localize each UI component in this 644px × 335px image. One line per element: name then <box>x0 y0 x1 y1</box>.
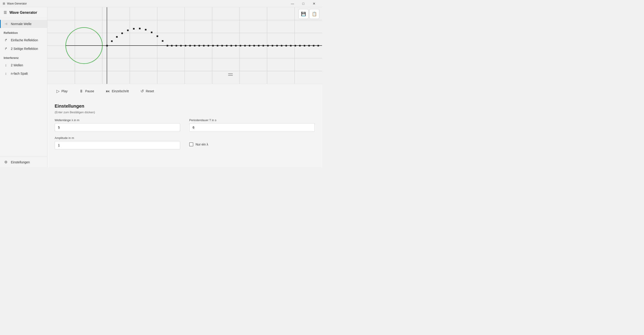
svg-rect-29 <box>180 45 182 46</box>
svg-rect-35 <box>208 45 209 46</box>
sidebar-item-label: Einfache Reflektion <box>11 38 38 42</box>
svg-rect-58 <box>313 45 314 46</box>
close-button[interactable]: ✕ <box>309 0 319 7</box>
svg-rect-30 <box>185 45 186 46</box>
svg-rect-18 <box>121 32 123 34</box>
pause-label: Pause <box>85 89 94 93</box>
reset-label: Reset <box>146 89 154 93</box>
nur-ein-lambda-checkbox[interactable] <box>189 142 193 146</box>
settings-area: Einstellungen (Enter zum Bestätigen dück… <box>48 98 322 167</box>
amplitude-field: Amplitude in m <box>55 136 180 150</box>
sidebar-item-label: 2 Wellen <box>11 63 23 67</box>
svg-rect-25 <box>162 40 164 42</box>
menu-icon[interactable]: ☰ <box>4 10 7 15</box>
sidebar-item-label: 2 Seitige Reflektion <box>11 47 38 50</box>
svg-rect-16 <box>111 40 113 42</box>
svg-rect-22 <box>145 29 146 30</box>
sidebar-item-2seitige-reflektion[interactable]: ↱ 2 Seitige Reflektion <box>0 44 47 53</box>
sidebar-item-n-fach-spalt[interactable]: ↕ n-fach Spalt <box>0 69 47 78</box>
settings-icon: ⚙ <box>4 160 8 164</box>
einfache-reflektion-icon: ↱ <box>4 38 8 42</box>
reset-button[interactable]: ↺ Reset <box>137 87 158 95</box>
periodendauer-input[interactable] <box>189 123 315 132</box>
sidebar-item-2-wellen[interactable]: ↕ 2 Wellen <box>0 61 47 69</box>
svg-rect-39 <box>226 45 228 46</box>
reflektion-section-label: Reflektion <box>0 28 47 36</box>
sidebar-item-label: n-fach Spalt <box>11 72 28 75</box>
svg-rect-46 <box>258 45 260 46</box>
window-controls: — □ ✕ <box>287 0 319 7</box>
wave-svg <box>48 7 322 84</box>
wellenlaenge-label: Wellenlänge λ in m <box>55 118 180 122</box>
svg-rect-19 <box>127 29 129 31</box>
sidebar-item-einfache-reflektion[interactable]: ↱ Einfache Reflektion <box>0 36 47 44</box>
sidebar-item-einstellungen[interactable]: ⚙ Einstellungen <box>0 158 47 166</box>
einzelschritt-label: Einzelschritt <box>112 89 129 93</box>
svg-rect-51 <box>281 45 282 46</box>
nur-ein-lambda-spacer <box>189 136 315 140</box>
svg-rect-21 <box>139 28 140 29</box>
play-label: Play <box>62 89 68 93</box>
svg-rect-41 <box>235 45 237 46</box>
svg-rect-28 <box>176 45 177 46</box>
play-icon: ▷ <box>56 89 60 94</box>
svg-rect-33 <box>198 45 200 46</box>
sidebar-title: Wave Generator <box>10 10 37 15</box>
title-bar-text: Wave Generator <box>7 2 27 5</box>
svg-rect-56 <box>304 45 305 46</box>
normale-welle-icon: ⊣ <box>4 22 8 26</box>
svg-rect-15 <box>106 45 108 46</box>
svg-rect-20 <box>133 28 134 29</box>
einzelschritt-icon: ⏭ <box>106 89 110 94</box>
sidebar-nav: ⊣ Normale Welle Reflektion ↱ Einfache Re… <box>0 18 47 157</box>
svg-rect-44 <box>249 45 250 46</box>
nur-ein-lambda-field: Nur ein λ <box>189 136 315 150</box>
svg-rect-34 <box>203 45 204 46</box>
sidebar-footer-label: Einstellungen <box>11 160 30 164</box>
controls-bar: ▷ Play ⏸ Pause ⏭ Einzelschritt ↺ Reset <box>48 84 322 98</box>
2seitige-reflektion-icon: ↱ <box>4 47 8 51</box>
svg-rect-36 <box>212 45 214 46</box>
sidebar-footer: ⚙ Einstellungen <box>0 157 47 167</box>
main-content: 💾 📋 <box>48 7 322 167</box>
svg-rect-59 <box>318 45 319 46</box>
svg-rect-37 <box>217 45 218 46</box>
svg-rect-45 <box>253 45 255 46</box>
sidebar: ☰ Wave Generator ⊣ Normale Welle Reflekt… <box>0 7 48 167</box>
svg-rect-53 <box>290 45 292 46</box>
title-bar: ⊞ Wave Generator — □ ✕ <box>0 0 322 7</box>
amplitude-label: Amplitude in m <box>55 136 180 140</box>
sidebar-item-normale-welle[interactable]: ⊣ Normale Welle <box>0 20 47 28</box>
svg-rect-49 <box>272 45 273 46</box>
einzelschritt-button[interactable]: ⏭ Einzelschritt <box>102 87 132 95</box>
app-body: ☰ Wave Generator ⊣ Normale Welle Reflekt… <box>0 7 322 167</box>
play-button[interactable]: ▷ Play <box>53 87 71 95</box>
periodendauer-label: Periodendauer T in s <box>189 118 315 122</box>
svg-rect-54 <box>294 45 296 46</box>
pause-icon: ⏸ <box>79 89 83 94</box>
svg-rect-26 <box>167 45 168 46</box>
amplitude-input[interactable] <box>55 141 180 150</box>
svg-rect-50 <box>276 45 278 46</box>
interferenz-section-label: Interferenz <box>0 53 47 61</box>
svg-rect-23 <box>151 31 152 33</box>
svg-rect-47 <box>262 45 264 46</box>
svg-rect-48 <box>267 45 269 46</box>
svg-rect-57 <box>308 45 310 46</box>
svg-rect-40 <box>230 45 232 46</box>
minimize-button[interactable]: — <box>287 0 298 7</box>
maximize-button[interactable]: □ <box>298 0 308 7</box>
wellenlaenge-input[interactable] <box>55 123 180 132</box>
svg-rect-32 <box>194 45 196 46</box>
app-icon: ⊞ <box>3 2 5 5</box>
wellenlaenge-field: Wellenlänge λ in m <box>55 118 180 132</box>
svg-rect-55 <box>299 45 301 46</box>
2-wellen-icon: ↕ <box>4 63 8 67</box>
svg-rect-31 <box>189 45 191 46</box>
periodendauer-field: Periodendauer T in s <box>189 118 315 132</box>
svg-rect-17 <box>116 36 118 38</box>
sidebar-header: ☰ Wave Generator <box>0 7 47 18</box>
pause-button[interactable]: ⏸ Pause <box>76 87 98 95</box>
sidebar-item-label: Normale Welle <box>11 22 32 26</box>
checkbox-row: Nur ein λ <box>189 142 315 146</box>
